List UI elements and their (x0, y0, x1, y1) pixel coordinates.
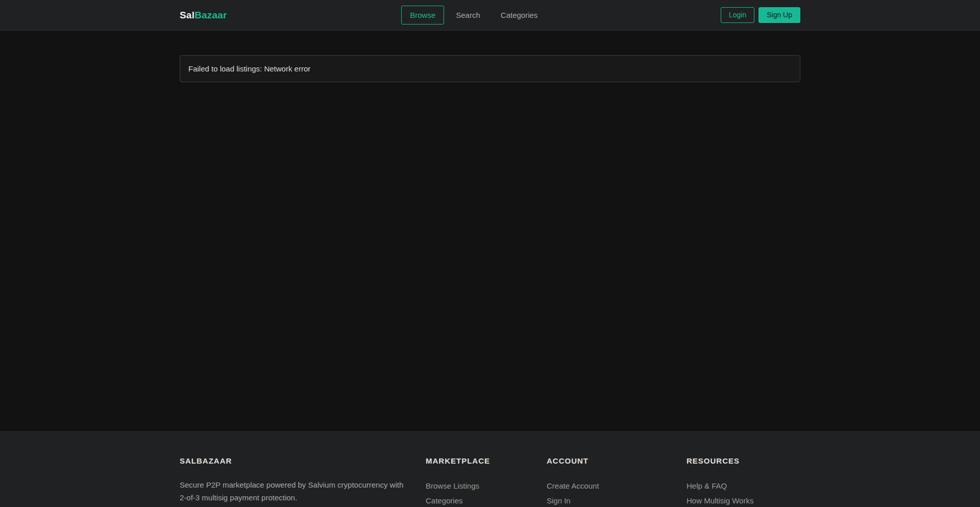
footer-link-how-multisig-works[interactable]: How Multisig Works (687, 493, 800, 507)
footer-link-sign-in[interactable]: Sign In (547, 493, 670, 507)
nav-categories[interactable]: Categories (492, 6, 547, 25)
footer-account-column: ACCOUNT Create Account Sign In Settings (547, 456, 670, 507)
nav-browse[interactable]: Browse (401, 6, 444, 25)
error-banner: Failed to load listings: Network error (180, 55, 800, 82)
footer-marketplace-heading: MARKETPLACE (426, 456, 530, 465)
main-content: Failed to load listings: Network error (0, 55, 980, 431)
footer-marketplace-column: MARKETPLACE Browse Listings Categories S… (426, 456, 530, 507)
header: SalBazaar Browse Search Categories Login… (0, 0, 980, 31)
nav-search[interactable]: Search (447, 6, 489, 25)
footer-resources-heading: RESOURCES (687, 456, 800, 465)
footer-link-create-account[interactable]: Create Account (547, 478, 670, 493)
footer-about-heading: SALBAZAAR (180, 456, 409, 465)
footer-about-column: SALBAZAAR Secure P2P marketplace powered… (180, 456, 409, 507)
footer-link-browse-listings[interactable]: Browse Listings (426, 478, 530, 493)
auth-actions: Login Sign Up (721, 7, 800, 23)
footer-resources-column: RESOURCES Help & FAQ How Multisig Works … (687, 456, 800, 507)
footer-link-help-faq[interactable]: Help & FAQ (687, 478, 800, 493)
main-nav: Browse Search Categories (401, 6, 546, 25)
footer: SALBAZAAR Secure P2P marketplace powered… (0, 431, 980, 507)
logo-suffix: Bazaar (194, 10, 227, 20)
logo[interactable]: SalBazaar (180, 10, 227, 21)
signup-button[interactable]: Sign Up (758, 7, 800, 23)
footer-link-categories[interactable]: Categories (426, 493, 530, 507)
error-message: Failed to load listings: Network error (188, 64, 310, 73)
logo-prefix: Sal (180, 10, 194, 20)
footer-about-description: Secure P2P marketplace powered by Salviu… (180, 478, 409, 504)
login-button[interactable]: Login (721, 7, 754, 23)
footer-account-heading: ACCOUNT (547, 456, 670, 465)
